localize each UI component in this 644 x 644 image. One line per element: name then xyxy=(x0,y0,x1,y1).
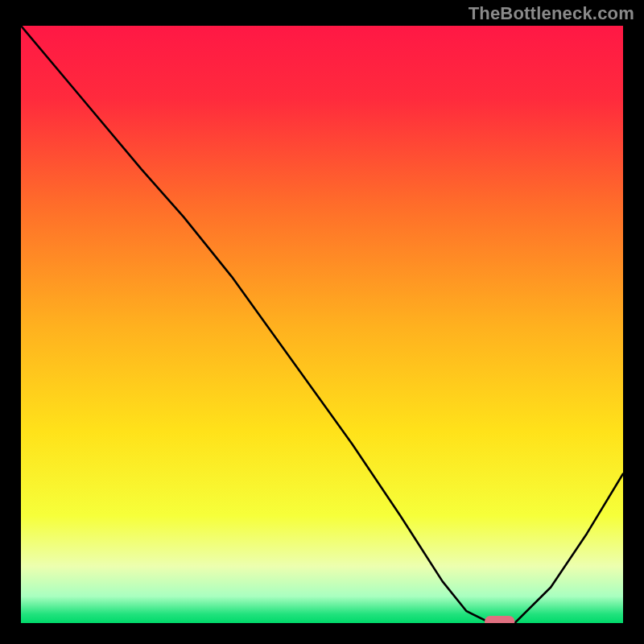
chart-frame: TheBottleneck.com xyxy=(0,0,644,644)
plot-svg xyxy=(21,26,623,623)
plot-area xyxy=(21,26,623,623)
gradient-background xyxy=(21,26,623,623)
watermark-text: TheBottleneck.com xyxy=(469,3,634,24)
optimal-marker xyxy=(485,616,514,623)
